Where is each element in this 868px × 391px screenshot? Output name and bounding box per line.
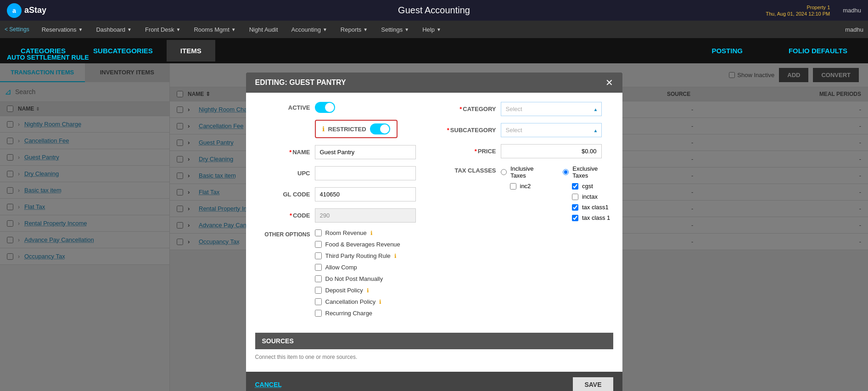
datetime: Thu, Aug 01, 2024 12:10 PM bbox=[766, 11, 830, 17]
modal-footer: CANCEL SAVE bbox=[246, 372, 622, 391]
price-label: PRICE bbox=[441, 148, 496, 155]
nav-item-frontdesk[interactable]: Front Desk ▼ bbox=[140, 23, 186, 36]
active-label: ACTIVE bbox=[255, 104, 310, 111]
nav-item-dashboard[interactable]: Dashboard ▼ bbox=[90, 23, 137, 36]
form-left: ACTIVE ℹ RESTRICTED bbox=[255, 102, 427, 328]
upc-row: UPC bbox=[255, 166, 427, 180]
gl-code-input[interactable] bbox=[315, 187, 416, 201]
restricted-label: RESTRICTED bbox=[328, 126, 366, 133]
restricted-toggle[interactable] bbox=[370, 123, 390, 134]
do-not-post-checkbox[interactable] bbox=[315, 275, 322, 282]
form-right: CATEGORY Select SUBCATEGORY bbox=[441, 102, 613, 328]
cancellation-policy-info-icon[interactable]: ℹ bbox=[379, 299, 381, 305]
allow-comp-checkbox[interactable] bbox=[315, 264, 322, 271]
inctax-row: inctax bbox=[572, 193, 613, 200]
checkbox-deposit-policy: Deposit Policy ℹ bbox=[315, 287, 400, 294]
name-label: NAME bbox=[255, 149, 310, 156]
tab-subcategories[interactable]: SUBCATEGORIES bbox=[79, 40, 167, 61]
tax-class1-label: tax class1 bbox=[582, 204, 609, 211]
inclusive-taxes-radio[interactable] bbox=[501, 169, 507, 175]
restricted-box: ℹ RESTRICTED bbox=[315, 120, 398, 138]
tax-classes-section: Inclusive Taxes inc2 bbox=[501, 165, 613, 221]
sources-label: SOURCES bbox=[262, 337, 294, 345]
modal-body: ACTIVE ℹ RESTRICTED bbox=[246, 93, 622, 372]
inc2-label: inc2 bbox=[520, 183, 531, 190]
modal-title: EDITING: GUEST PANTRY bbox=[255, 78, 346, 87]
modal-overlay[interactable]: EDITING: GUEST PANTRY ✕ ACTIVE bbox=[0, 63, 868, 391]
room-revenue-info-icon[interactable]: ℹ bbox=[370, 230, 373, 236]
room-revenue-checkbox[interactable] bbox=[315, 229, 322, 236]
inctax-label: inctax bbox=[582, 193, 598, 200]
checkbox-allow-comp: Allow Comp bbox=[315, 264, 400, 271]
category-select-wrapper: Select bbox=[501, 102, 602, 116]
nav-item-accounting[interactable]: Accounting ▼ bbox=[286, 23, 333, 36]
tax-class1b-checkbox[interactable] bbox=[572, 215, 578, 221]
third-party-checkbox[interactable] bbox=[315, 252, 322, 259]
room-revenue-label: Room Revenue bbox=[325, 229, 367, 236]
tab-bar: CATEGORIES SUBCATEGORIES ITEMS POSTING F… bbox=[0, 38, 868, 63]
other-options-row: OTHER OPTIONS Room Revenue ℹ Food & Beve… bbox=[255, 229, 427, 321]
third-party-label: Third Party Routing Rule bbox=[325, 252, 391, 259]
inclusive-group: Inclusive Taxes inc2 bbox=[501, 165, 549, 221]
name-input[interactable] bbox=[315, 145, 416, 159]
tab-posting[interactable]: POSTING bbox=[698, 40, 756, 61]
third-party-info-icon[interactable]: ℹ bbox=[394, 253, 397, 259]
sources-desc: Connect this item to one or more sources… bbox=[255, 349, 613, 363]
upc-label: UPC bbox=[255, 170, 310, 177]
top-right-info: Property 1 Thu, Aug 01, 2024 12:10 PM ma… bbox=[766, 5, 861, 17]
auto-settlement-rule[interactable]: AUTO SETTLEMENT RULE bbox=[7, 51, 89, 63]
fb-revenue-checkbox[interactable] bbox=[315, 241, 322, 248]
inctax-checkbox[interactable] bbox=[572, 194, 578, 200]
checkbox-third-party: Third Party Routing Rule ℹ bbox=[315, 252, 400, 259]
active-slider bbox=[315, 102, 335, 113]
save-button[interactable]: SAVE bbox=[573, 377, 613, 391]
username: madhu bbox=[843, 7, 861, 14]
restricted-slider bbox=[370, 123, 390, 134]
tab-items[interactable]: ITEMS bbox=[167, 40, 215, 61]
form-two-col: ACTIVE ℹ RESTRICTED bbox=[255, 102, 613, 328]
price-row: PRICE bbox=[441, 144, 613, 158]
nav-item-help[interactable]: Help ▼ bbox=[417, 23, 447, 36]
nav-item-settings[interactable]: Settings ▼ bbox=[375, 23, 414, 36]
inc2-checkbox[interactable] bbox=[510, 183, 516, 190]
modal-header: EDITING: GUEST PANTRY ✕ bbox=[246, 73, 622, 93]
tax-classes-row: TAX CLASSES Inclusive Taxes bbox=[441, 165, 613, 221]
tax-radio-section: Inclusive Taxes inc2 bbox=[501, 165, 613, 221]
price-input[interactable] bbox=[501, 144, 602, 158]
cgst-label: cgst bbox=[582, 183, 593, 190]
exclusive-taxes-radio[interactable] bbox=[563, 169, 569, 175]
tab-folio-defaults[interactable]: FOLIO DEFAULTS bbox=[775, 40, 861, 61]
nav-item-reservations[interactable]: Reservations ▼ bbox=[36, 23, 89, 36]
nav-item-nightaudit[interactable]: Night Audit bbox=[244, 23, 284, 36]
cancel-button[interactable]: CANCEL bbox=[255, 381, 282, 388]
content-area: TRANSACTION ITEMS INVENTORY ITEMS ⊿ NAME… bbox=[0, 63, 868, 391]
deposit-policy-info-icon[interactable]: ℹ bbox=[367, 287, 369, 294]
restricted-info-icon[interactable]: ℹ bbox=[322, 125, 325, 133]
category-label: CATEGORY bbox=[441, 106, 496, 112]
top-bar: a aStay Guest Accounting Property 1 Thu,… bbox=[0, 0, 868, 21]
inclusive-taxes-radio-row: Inclusive Taxes bbox=[501, 165, 549, 179]
recurring-charge-checkbox[interactable] bbox=[315, 310, 322, 317]
nav-item-reports[interactable]: Reports ▼ bbox=[335, 23, 373, 36]
inc2-row: inc2 bbox=[510, 183, 549, 190]
modal-close-button[interactable]: ✕ bbox=[605, 78, 613, 87]
tax-class1-checkbox[interactable] bbox=[572, 204, 578, 211]
cancellation-policy-checkbox[interactable] bbox=[315, 298, 322, 305]
nav-item-roomsmgmt[interactable]: Rooms Mgmt ▼ bbox=[188, 23, 241, 36]
logo: a aStay bbox=[7, 3, 46, 18]
checkbox-fb-revenue: Food & Beverages Revenue bbox=[315, 241, 400, 248]
property-name: Property 1 bbox=[807, 5, 830, 10]
cancellation-policy-label: Cancellation Policy bbox=[325, 298, 376, 305]
code-input[interactable] bbox=[315, 208, 416, 223]
cgst-checkbox[interactable] bbox=[572, 183, 578, 190]
upc-input[interactable] bbox=[315, 166, 416, 180]
other-options-checkboxes: Room Revenue ℹ Food & Beverages Revenue bbox=[315, 229, 400, 321]
back-link[interactable]: < Settings bbox=[5, 26, 29, 33]
exclusive-taxes-radio-row: Exclusive Taxes bbox=[563, 165, 613, 179]
deposit-policy-checkbox[interactable] bbox=[315, 287, 322, 294]
modal-dialog: EDITING: GUEST PANTRY ✕ ACTIVE bbox=[246, 73, 622, 391]
subcategory-select[interactable]: Select bbox=[501, 123, 602, 137]
category-select[interactable]: Select bbox=[501, 102, 602, 116]
active-toggle[interactable] bbox=[315, 102, 335, 113]
exclusive-taxes-label: Exclusive Taxes bbox=[572, 165, 613, 179]
